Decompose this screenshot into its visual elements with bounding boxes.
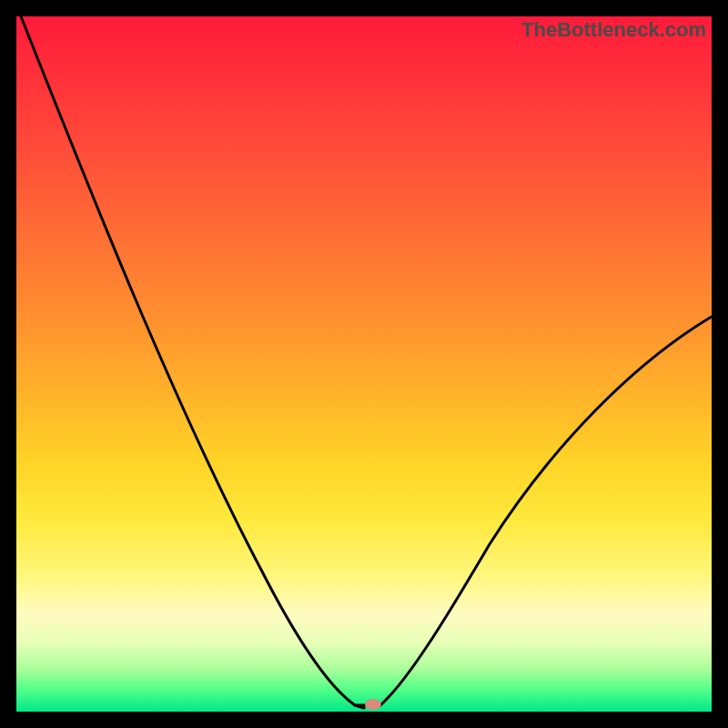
bottleneck-curve [16, 16, 712, 712]
watermark-text: TheBottleneck.com [521, 18, 706, 42]
minimum-marker [365, 699, 381, 710]
curve-right-arm [380, 317, 712, 705]
curve-left-arm [21, 16, 364, 708]
chart-frame: TheBottleneck.com [16, 16, 712, 712]
